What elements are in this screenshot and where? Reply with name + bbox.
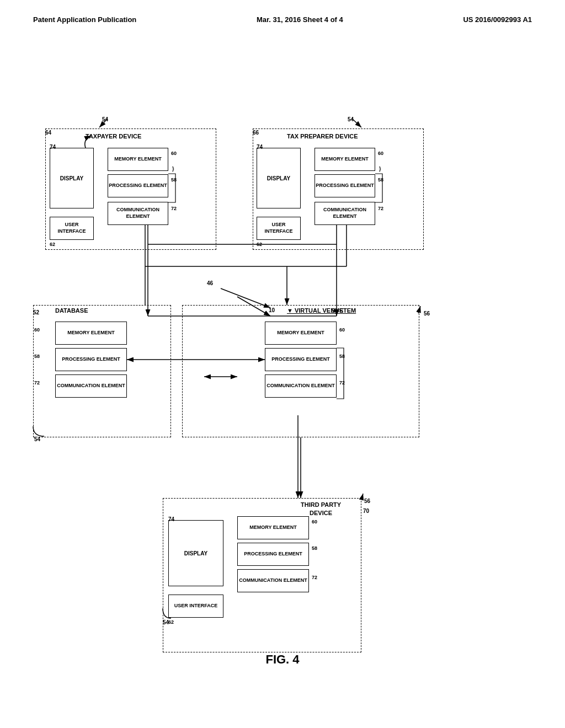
- database-label: DATABASE: [55, 307, 88, 314]
- ref-62-1: 62: [50, 242, 55, 247]
- ref-54-2: 54: [348, 116, 354, 122]
- processing-element-box-1: PROCESSING ELEMENT: [108, 174, 168, 197]
- ref-72-5: 72: [312, 575, 317, 580]
- ref-74-1: 74: [50, 144, 56, 150]
- ref-70: 70: [363, 508, 369, 514]
- ref-10: 10: [269, 307, 275, 313]
- virtual-venue-label: ▼ VIRTUAL VENUE: [287, 307, 343, 314]
- processing-element-box-5: PROCESSING ELEMENT: [237, 543, 309, 566]
- ref-60-1: 60: [171, 151, 177, 156]
- header-right: US 2016/0092993 A1: [463, 15, 532, 24]
- ref-52: 52: [33, 309, 39, 315]
- tax-preparer-device-label: TAX PREPARER DEVICE: [287, 133, 358, 140]
- memory-element-box-1: MEMORY ELEMENT: [108, 148, 168, 171]
- svg-line-22: [361, 494, 363, 500]
- ref-64: 64: [45, 130, 51, 136]
- bracket-58-tp2: }: [379, 166, 381, 172]
- memory-element-box-3: MEMORY ELEMENT: [55, 322, 127, 345]
- ref-54-bottom: 54: [34, 436, 40, 442]
- ref-60-4: 60: [339, 327, 345, 333]
- ref-72-4: 72: [339, 380, 345, 386]
- memory-element-box-4: MEMORY ELEMENT: [265, 322, 337, 345]
- ref-56-1: 56: [424, 311, 430, 317]
- ref-54-1: 54: [102, 116, 108, 122]
- figure-label: FIG. 4: [0, 652, 565, 678]
- memory-element-box-2: MEMORY ELEMENT: [315, 148, 375, 171]
- processing-element-box-3: PROCESSING ELEMENT: [55, 348, 127, 371]
- communication-element-box-3: COMMUNICATION ELEMENT: [55, 374, 127, 398]
- header-middle: Mar. 31, 2016 Sheet 4 of 4: [257, 15, 343, 24]
- ref-72-3: 72: [34, 380, 40, 386]
- ref-58-4: 58: [339, 354, 345, 359]
- display-box-3: DISPLAY: [168, 520, 223, 586]
- ref-46: 46: [207, 280, 213, 286]
- ref-60-5: 60: [312, 519, 317, 524]
- bracket-58-tp: }: [172, 166, 174, 172]
- ref-74-3: 74: [168, 516, 174, 522]
- display-box-2: DISPLAY: [257, 148, 301, 208]
- processing-element-box-4: PROCESSING ELEMENT: [265, 348, 337, 371]
- ref-72-1: 72: [171, 206, 177, 211]
- ref-66: 66: [253, 130, 259, 136]
- communication-element-box-4: COMMUNICATION ELEMENT: [265, 374, 337, 398]
- communication-element-box-2: COMMUNICATION ELEMENT: [315, 202, 375, 225]
- taxpayer-device-label: TAXPAYER DEVICE: [86, 133, 141, 140]
- memory-element-box-5: MEMORY ELEMENT: [237, 516, 309, 539]
- ref-60-2: 60: [378, 151, 383, 156]
- ref-58-1: 58: [171, 177, 177, 183]
- display-box-1: DISPLAY: [50, 148, 94, 208]
- ref-60-3: 60: [34, 327, 40, 333]
- third-party-device-label: THIRD PARTYDEVICE: [301, 501, 341, 518]
- ref-74-2: 74: [257, 144, 263, 150]
- header-left: Patent Application Publication: [33, 15, 136, 24]
- diagram-area: 54 64 TAXPAYER DEVICE DISPLAY 74 MEMORY …: [0, 35, 565, 697]
- user-interface-box-2: USER INTERFACE: [257, 217, 301, 240]
- user-interface-box-1: USER INTERFACE: [50, 217, 94, 240]
- ref-58-5: 58: [312, 545, 317, 551]
- ref-58-2: 58: [378, 177, 383, 183]
- ref-56-2: 56: [364, 498, 370, 504]
- ref-54-tp: 54: [163, 619, 169, 625]
- ref-62-2: 62: [257, 242, 262, 247]
- communication-element-box-5: COMMUNICATION ELEMENT: [237, 569, 309, 592]
- communication-element-box-1: COMMUNICATION ELEMENT: [108, 202, 168, 225]
- ref-58-3: 58: [34, 354, 40, 359]
- ref-62-3: 62: [168, 619, 174, 625]
- user-interface-box-3: USER INTERFACE: [168, 595, 223, 618]
- ref-72-2: 72: [378, 206, 383, 211]
- page-header: Patent Application Publication Mar. 31, …: [0, 0, 565, 24]
- processing-element-box-2: PROCESSING ELEMENT: [315, 174, 375, 197]
